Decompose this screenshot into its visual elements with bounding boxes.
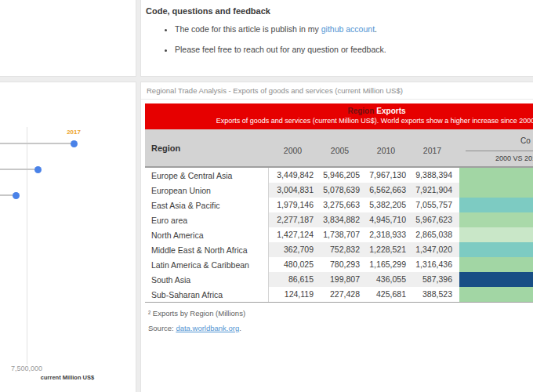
value-cell-2005[interactable]: 1,738,707 — [317, 227, 363, 242]
value-cell-2000[interactable]: 480,025 — [269, 257, 317, 272]
banner-subtitle: Exports of goods and services (current M… — [148, 117, 533, 125]
lollipop-chart-panel: 2017 7,500,000 current Million US$ — [0, 82, 136, 392]
table-row: East Asia & Pacific1,979,1463,275,6635,3… — [145, 198, 533, 212]
table-banner: RegionExports Exports of goods and servi… — [145, 103, 533, 129]
comparison-heatmap-cell[interactable] — [459, 198, 533, 212]
table-row: South Asia86,615199,807436,055587,396 — [145, 272, 533, 287]
value-cell-2010[interactable]: 1,165,299 — [363, 257, 409, 272]
worldbank-link[interactable]: data.worldbank.org — [176, 324, 239, 332]
column-header-year-2017: 2017 — [409, 146, 455, 155]
data-point-dot[interactable] — [13, 192, 20, 199]
source-prefix: Source: — [148, 324, 176, 332]
value-cell-2010[interactable]: 2,318,933 — [363, 227, 409, 242]
table-row: Latin America & Caribbean480,025780,2931… — [145, 257, 533, 272]
value-cell-2005[interactable]: 199,807 — [317, 272, 363, 287]
feedback-item-code-text: The code for this article is publish in … — [175, 24, 321, 34]
column-header-year-2000: 2000 — [269, 146, 317, 155]
value-cell-2005[interactable]: 227,428 — [317, 287, 363, 302]
comparison-heatmap-cell[interactable] — [459, 287, 533, 302]
github-account-link[interactable]: github account — [321, 24, 375, 34]
chart-gridline — [27, 127, 27, 365]
x-axis-tick-label: 7,500,000 — [11, 365, 42, 372]
value-cell-2010[interactable]: 5,382,205 — [363, 198, 409, 212]
data-point-dot[interactable] — [34, 166, 42, 173]
comparison-heatmap-cell[interactable] — [459, 168, 533, 183]
value-cell-2000[interactable]: 3,004,831 — [269, 183, 317, 198]
value-cell-2010[interactable]: 1,228,521 — [363, 242, 409, 257]
region-cell[interactable]: Latin America & Caribbean — [145, 257, 269, 272]
value-cell-2005[interactable]: 5,078,639 — [317, 183, 363, 198]
value-cell-2010[interactable]: 7,967,130 — [363, 168, 409, 183]
value-cell-2017[interactable]: 9,388,394 — [409, 168, 455, 183]
source-suffix: . — [239, 324, 241, 332]
value-cell-2017[interactable]: 388,523 — [409, 287, 455, 302]
value-cell-2017[interactable]: 5,967,623 — [409, 212, 455, 227]
viz-title: Regional Trade Analysis - Exports of goo… — [141, 82, 533, 100]
source-line: Source: data.worldbank.org. — [148, 324, 533, 332]
region-cell[interactable]: North America — [145, 227, 269, 242]
value-cell-2000[interactable]: 2,277,187 — [269, 212, 317, 227]
region-cell[interactable]: Europe & Central Asia — [145, 168, 269, 183]
table-row: North America1,427,1241,738,7072,318,933… — [145, 227, 533, 242]
feedback-list: The code for this article is publish in … — [146, 24, 528, 55]
column-header-year-2005: 2005 — [317, 146, 363, 155]
comparison-header-label: Co — [520, 136, 531, 145]
region-cell[interactable]: South Asia — [145, 272, 269, 287]
value-cell-2000[interactable]: 3,449,842 — [269, 168, 317, 183]
table-row: Middle East & North Africa362,709752,832… — [145, 242, 533, 257]
value-cell-2005[interactable]: 3,275,663 — [317, 198, 363, 212]
region-cell[interactable]: Sub-Saharan Africa — [145, 287, 269, 302]
table-header: Region 2000200520102017 Co 2000 VS 2017 — [145, 129, 533, 168]
value-cell-2017[interactable]: 7,055,757 — [409, 198, 455, 212]
lollipop-line — [0, 143, 74, 144]
x-axis-title: current Million US$ — [41, 374, 94, 381]
comparison-heatmap-cell[interactable] — [459, 257, 533, 272]
value-cell-2010[interactable]: 6,562,663 — [363, 183, 409, 198]
region-cell[interactable]: European Union — [145, 183, 269, 198]
lollipop-line — [0, 169, 38, 170]
value-cell-2017[interactable]: 1,316,436 — [409, 257, 455, 272]
value-cell-2017[interactable]: 2,865,038 — [409, 227, 455, 242]
value-cell-2000[interactable]: 124,119 — [269, 287, 317, 302]
value-cell-2005[interactable]: 780,293 — [317, 257, 363, 272]
value-cell-2005[interactable]: 3,834,882 — [317, 212, 363, 227]
value-cell-2000[interactable]: 362,709 — [269, 242, 317, 257]
column-header-year-2010: 2010 — [363, 146, 409, 155]
region-cell[interactable]: Middle East & North Africa — [145, 242, 269, 257]
value-cell-2017[interactable]: 1,347,020 — [409, 242, 455, 257]
comparison-header-rule — [466, 151, 533, 151]
feedback-section: Code, questions and feedback The code fo… — [141, 0, 533, 55]
region-cell[interactable]: East Asia & Pacific — [145, 198, 269, 212]
table-row: Europe & Central Asia3,449,8425,946,2057… — [145, 168, 533, 183]
comparison-heatmap-cell[interactable] — [459, 272, 533, 287]
chart-year-label: 2017 — [67, 129, 81, 136]
region-cell[interactable]: Euro area — [145, 212, 269, 227]
feedback-item-code-period: . — [375, 24, 377, 34]
comparison-heatmap-cell[interactable] — [459, 183, 533, 198]
value-cell-2010[interactable]: 4,945,710 — [363, 212, 409, 227]
banner-title: RegionExports — [148, 107, 533, 116]
table-footnote: ² Exports by Region (Millions) — [148, 309, 533, 318]
value-cell-2017[interactable]: 587,396 — [409, 272, 455, 287]
value-cell-2005[interactable]: 752,832 — [317, 242, 363, 257]
comparison-heatmap-cell[interactable] — [459, 242, 533, 257]
empty-panel-top-left — [0, 0, 136, 77]
value-cell-2000[interactable]: 86,615 — [269, 272, 317, 287]
value-cell-2005[interactable]: 5,946,205 — [317, 168, 363, 183]
banner-title-highlight: Region — [347, 107, 374, 115]
table-row: European Union3,004,8315,078,6396,562,66… — [145, 183, 533, 198]
value-cell-2000[interactable]: 1,979,146 — [269, 198, 317, 212]
comparison-header-group: Co 2000 VS 2017 — [460, 129, 533, 166]
feedback-panel: Code, questions and feedback The code fo… — [140, 0, 533, 77]
comparison-heatmap-cell[interactable] — [459, 212, 533, 227]
value-cell-2017[interactable]: 7,921,904 — [409, 183, 455, 198]
value-cell-2010[interactable]: 436,055 — [363, 272, 409, 287]
value-cell-2010[interactable]: 425,681 — [363, 287, 409, 302]
data-point-dot[interactable] — [71, 140, 78, 147]
column-header-region: Region — [151, 129, 180, 166]
comparison-heatmap-cell[interactable] — [459, 227, 533, 242]
banner-title-rest: Exports — [376, 107, 405, 115]
feedback-item-reachout: Please feel free to reach out for any qu… — [175, 45, 528, 55]
table-row: Euro area2,277,1873,834,8824,945,7105,96… — [145, 212, 533, 227]
value-cell-2000[interactable]: 1,427,124 — [269, 227, 317, 242]
